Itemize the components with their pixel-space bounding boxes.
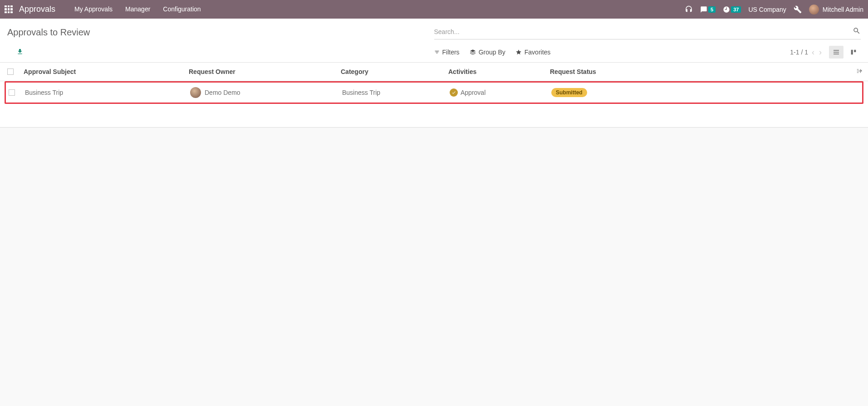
list-header-row: Approval Subject Request Owner Category … — [0, 63, 868, 81]
control-panel-top: Approvals to Review — [7, 23, 861, 41]
header-status[interactable]: Request Status — [550, 68, 861, 75]
pager: 1-1 / 1 ‹ › — [790, 48, 823, 57]
main-navbar: Approvals My Approvals Manager Configura… — [0, 0, 868, 19]
empty-background — [0, 127, 868, 354]
page-title: Approvals to Review — [7, 27, 434, 38]
pager-next-icon[interactable]: › — [818, 48, 823, 57]
filters-label: Filters — [442, 49, 460, 56]
user-avatar-icon — [809, 5, 819, 15]
cp-left-tools — [7, 48, 434, 57]
kanban-view-button[interactable] — [846, 46, 861, 59]
pager-prev-icon[interactable]: ‹ — [811, 48, 815, 57]
messages-icon[interactable]: 5 — [700, 6, 716, 13]
cell-subject: Business Trip — [25, 89, 190, 96]
cp-right: 1-1 / 1 ‹ › — [790, 46, 861, 59]
activities-badge: 37 — [731, 6, 741, 13]
favorites-button[interactable]: Favorites — [515, 49, 551, 56]
export-button[interactable] — [16, 48, 24, 57]
footer-row — [0, 108, 868, 127]
filters-button[interactable]: Filters — [434, 49, 460, 56]
company-selector[interactable]: US Company — [748, 6, 786, 13]
support-icon[interactable] — [685, 5, 693, 14]
control-panel-bottom: Filters Group By Favorites 1-1 / 1 ‹ › — [7, 41, 861, 62]
view-switcher — [829, 46, 861, 59]
cell-category: Business Trip — [342, 89, 450, 96]
row-checkbox[interactable] — [9, 89, 15, 96]
apps-menu-icon[interactable] — [5, 5, 13, 14]
nav-configuration[interactable]: Configuration — [157, 0, 207, 19]
favorites-label: Favorites — [525, 49, 551, 56]
search-icon[interactable] — [853, 27, 861, 36]
table-row[interactable]: Business Trip Demo Demo Business Trip Ap… — [5, 81, 863, 104]
list-view: Approval Subject Request Owner Category … — [0, 63, 868, 127]
header-activities[interactable]: Activities — [448, 68, 550, 75]
groupby-button[interactable]: Group By — [470, 49, 505, 56]
optional-columns-icon[interactable] — [856, 68, 863, 76]
owner-avatar-icon — [190, 87, 201, 98]
cell-activity: Approval — [461, 89, 485, 96]
header-owner[interactable]: Request Owner — [189, 68, 341, 75]
list-view-button[interactable] — [829, 46, 843, 59]
search-input[interactable] — [434, 25, 853, 38]
activity-check-icon[interactable] — [450, 88, 458, 97]
navbar-right: 5 37 US Company Mitchell Admin — [685, 5, 863, 15]
nav-my-approvals[interactable]: My Approvals — [68, 0, 119, 19]
status-badge: Submitted — [551, 88, 587, 97]
control-panel: Approvals to Review Filters Group By — [0, 19, 868, 63]
user-menu[interactable]: Mitchell Admin — [809, 5, 863, 15]
nav-manager[interactable]: Manager — [119, 0, 157, 19]
header-category[interactable]: Category — [341, 68, 448, 75]
list-body: Business Trip Demo Demo Business Trip Ap… — [0, 81, 868, 108]
cell-owner: Demo Demo — [205, 89, 240, 96]
filter-bar: Filters Group By Favorites — [434, 49, 551, 56]
navbar-left: Approvals My Approvals Manager Configura… — [5, 0, 207, 19]
user-name: Mitchell Admin — [823, 6, 863, 13]
pager-text[interactable]: 1-1 / 1 — [790, 49, 808, 56]
debug-icon[interactable] — [794, 5, 802, 14]
select-all-checkbox[interactable] — [7, 68, 14, 75]
search-bar — [434, 25, 861, 39]
activities-icon[interactable]: 37 — [723, 6, 741, 13]
header-subject[interactable]: Approval Subject — [24, 68, 189, 75]
messages-badge: 5 — [708, 6, 716, 13]
app-name[interactable]: Approvals — [19, 5, 55, 14]
groupby-label: Group By — [479, 49, 505, 56]
